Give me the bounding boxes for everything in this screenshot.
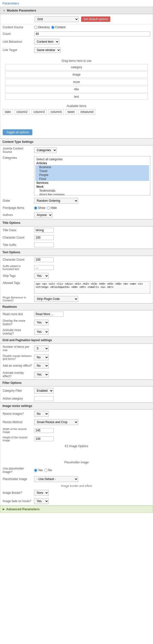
joomla-source-select[interactable]: Categories (34, 147, 57, 153)
image-resize-header: Image resize settings (0, 402, 153, 409)
animate-overlay-label: Animate more overlay? (3, 328, 32, 335)
radio-content[interactable]: Content (51, 26, 65, 29)
title-options-panel: Title Class Character Count Title Suffix (0, 226, 153, 249)
resize-method-row: Resize Method Smart Resize and Crop (0, 418, 153, 426)
available-section: Available Items date column2 column3 col… (0, 102, 153, 116)
toolbar-row: Grid Set default options (0, 14, 153, 24)
grid-panel: Number of items per row 5 Disable margin… (0, 344, 153, 380)
cat-work[interactable]: Work (35, 185, 149, 189)
authors-row: Authors Anyone (0, 211, 153, 219)
module-panel: Grid Set default options Content Source … (0, 14, 153, 138)
resize-width-input[interactable] (34, 428, 54, 433)
image-fade-select[interactable]: Yes (34, 498, 49, 504)
placeholder-image-section-label: Placeholder image (0, 459, 153, 466)
drag-item-more[interactable]: more (5, 79, 148, 85)
drag-area: Drag items here to use category image mo… (0, 57, 153, 102)
placeholder-image-label: Placeholder image (3, 477, 32, 481)
overlay-more-label: Overlay the more button? (3, 319, 32, 326)
active-category-input[interactable] (34, 396, 54, 401)
resize-method-label: Resize Method (3, 420, 32, 424)
avail-isfeatured[interactable]: isfeatured (78, 109, 96, 114)
drag-item-text[interactable]: text (5, 94, 148, 100)
text-char-count-input[interactable] (34, 257, 54, 262)
animate-overlay-effect-select[interactable]: Yes (34, 372, 49, 378)
link-behaviour-select[interactable]: Content item (34, 39, 59, 45)
radio-no-placeholder[interactable]: No (44, 468, 52, 472)
items-per-row-select[interactable]: 5 (34, 346, 49, 352)
resize-method-select[interactable]: Smart Resize and Crop (34, 419, 78, 425)
cat-articles[interactable]: Articles (35, 161, 149, 165)
title-suffix-input[interactable] (34, 242, 54, 248)
placeholder-image-select[interactable]: - Use Default - (34, 476, 78, 482)
image-resize-panel: Resize Images? No Resize Method Smart Re… (0, 409, 153, 506)
drag-item-category[interactable]: category (5, 64, 148, 70)
resize-height-input[interactable] (34, 436, 54, 441)
avail-column2[interactable]: column2 (14, 109, 30, 114)
module-section-title: Module Parameters (7, 8, 36, 12)
disable-margin-select[interactable]: No (34, 354, 49, 360)
cat-food[interactable]: Food (35, 177, 149, 181)
title-char-count-input[interactable] (34, 235, 54, 240)
animate-overlay-select[interactable]: Yes (34, 329, 49, 335)
link-behaviour-row: Link Behaviour Content item (0, 38, 153, 46)
suffix-truncated-label: Suffix added to truncated text (3, 264, 32, 270)
avail-column4[interactable]: column4 (48, 109, 64, 114)
cat-services[interactable]: Services (35, 181, 149, 185)
breadcrumb: Parameters (0, 0, 153, 7)
overlay-effect-select[interactable]: No (34, 363, 49, 369)
avail-date[interactable]: date (3, 109, 13, 114)
radio-yes-placeholder[interactable]: Yes (34, 468, 43, 472)
resize-images-label: Resize Images? (3, 412, 32, 416)
plugin-behaviour-select[interactable]: Strip Plugin Code (34, 296, 78, 302)
radio-hide[interactable]: Hide (47, 206, 57, 210)
content-type-header: Content Type Settings (0, 138, 153, 145)
drag-item-image[interactable]: image (5, 72, 148, 78)
image-fade-label: Image fade on hover? (3, 500, 32, 503)
resize-images-row: Resize Images? No (0, 410, 153, 418)
content-source-row: Content Source Directory Content (0, 24, 153, 30)
radio-show[interactable]: Show (34, 206, 45, 210)
avail-tweet[interactable]: tweet (65, 109, 77, 114)
title-class-label: Title Class (3, 228, 32, 232)
active-category-label: Active category (3, 397, 32, 400)
cat-about-company[interactable]: About the company (35, 193, 149, 195)
allowed-tags-input[interactable]: <p> <a> <ul> <li> <div> <h1> <h2> <h3> <… (34, 281, 150, 294)
toggle-all-btn[interactable]: Toggle all options (3, 129, 32, 135)
avail-column3[interactable]: column3 (31, 109, 47, 114)
drag-items: category image more title text (5, 64, 148, 100)
animate-overlay-row: Animate more overlay? Yes (0, 327, 153, 336)
disable-margin-label: Disable margin between grid items? (3, 354, 32, 360)
toggle-section: Toggle all options (0, 126, 153, 138)
readmore-header: Readmore (0, 303, 153, 310)
resize-images-select[interactable]: No (34, 411, 49, 417)
set-default-btn[interactable]: Set default options (81, 16, 110, 22)
cat-people[interactable]: People (35, 173, 149, 177)
content-source-label: Content Source (3, 26, 32, 29)
title-class-input[interactable] (34, 228, 54, 233)
overlay-more-select[interactable]: Yes (34, 320, 49, 326)
k2-image-options-label: K2 Image Options (0, 443, 153, 450)
drag-item-title[interactable]: title (5, 86, 148, 92)
cat-select-all[interactable]: Select all categories (35, 157, 149, 161)
placeholder-image-row: Placeholder image - Use Default - (0, 475, 153, 483)
count-input[interactable] (34, 32, 150, 36)
overlay-effect-row: Add an overlay effect? No (0, 362, 153, 370)
read-more-text-input[interactable] (34, 312, 63, 316)
grid-section-header: Grid and Pagination layout settings (0, 337, 153, 344)
link-target-select[interactable]: Same window (34, 47, 61, 53)
strip-tags-label: Strip Tags (3, 274, 32, 278)
layout-select[interactable]: Grid (35, 16, 79, 22)
cat-testimonials[interactable]: Testimonials (35, 189, 149, 193)
order-select[interactable]: Random Ordering (34, 198, 78, 204)
breadcrumb-link[interactable]: Parameters (2, 2, 19, 5)
suffix-truncated-input[interactable] (34, 265, 54, 270)
categories-listbox[interactable]: Select all categories Articles Business … (34, 156, 150, 195)
arrow-icon: ▼ (3, 9, 5, 12)
image-border-select[interactable]: None (34, 490, 49, 496)
cat-travel[interactable]: Travel (35, 169, 149, 173)
cat-business[interactable]: Business (35, 165, 149, 169)
radio-directory[interactable]: Directory (34, 26, 50, 29)
category-filter-select[interactable]: Enabled (34, 388, 53, 394)
authors-select[interactable]: Anyone (34, 212, 52, 218)
strip-tags-select[interactable]: Yes (34, 273, 49, 279)
